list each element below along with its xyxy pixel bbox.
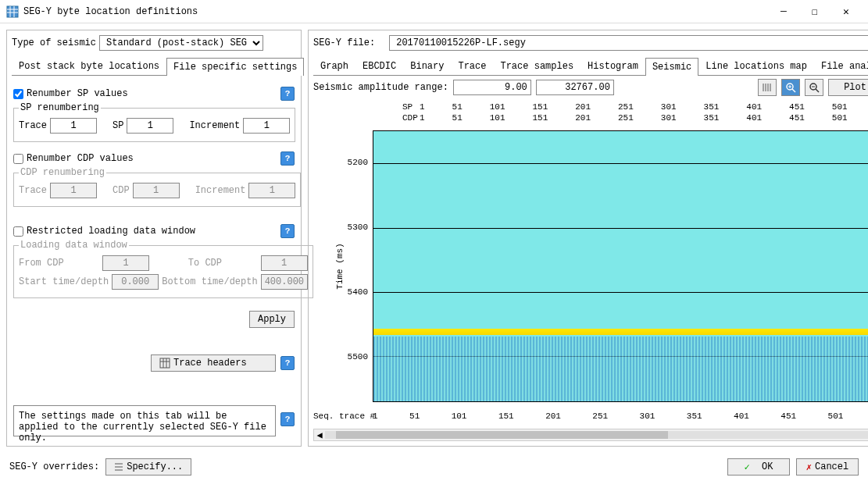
tab-ebcdic[interactable]: EBCDIC [355, 57, 403, 75]
help-icon[interactable]: ? [280, 412, 295, 426]
minimize-button[interactable]: — [768, 1, 799, 23]
bottom-time-label: Bottom time/depth [162, 276, 257, 287]
tab-seismic[interactable]: Seismic [645, 58, 698, 76]
sp-inc-label: Increment [189, 120, 240, 131]
cdp-cdp-label: CDP [113, 185, 130, 196]
left-panel: Type of seismic Standard (post-stack) SE… [6, 30, 302, 447]
app-icon [6, 5, 19, 18]
cdp-ticks: 151101151201251301351401451501551 [420, 113, 868, 123]
svg-rect-5 [160, 358, 170, 368]
cdp-renumbering-legend: CDP renumbering [19, 167, 106, 178]
svg-line-10 [792, 89, 795, 92]
seismic-noise [373, 337, 868, 401]
restricted-checkbox[interactable] [13, 226, 23, 237]
overrides-label: SEG-Y overrides: [9, 461, 99, 472]
help-icon[interactable]: ? [280, 224, 295, 238]
horizontal-scrollbar[interactable]: ◀ ▶ [313, 429, 868, 441]
ok-label: OK [762, 461, 773, 472]
main-area: Type of seismic Standard (post-stack) SE… [0, 23, 868, 453]
left-tabcontent: Renumber SP values ? SP renumbering Trac… [12, 76, 296, 441]
tab-post-stack-byte-locations[interactable]: Post stack byte locations [12, 57, 166, 75]
seq-ticks: 151101151201251301351401451501551 [373, 411, 868, 421]
start-time-input [112, 274, 159, 290]
left-tabs: Post stack byte locations File specific … [12, 57, 296, 76]
amp-min-input[interactable] [453, 80, 531, 95]
segy-file-select[interactable]: 20170110015226P-LF.segy [389, 35, 868, 51]
sp-sp-label: SP [113, 120, 123, 131]
renumber-sp-checkbox-row[interactable]: Renumber SP values [13, 88, 128, 99]
bottom-x-axis: Seq. trace # 151101151201251301351401451… [313, 411, 868, 424]
sp-ticks: 151101151201251301351401451501551 [420, 102, 868, 112]
sp-axis-label: SP [402, 102, 413, 112]
tab-trace[interactable]: Trace [451, 57, 493, 75]
amplitude-toolbar: Seismic amplitude range: Plot ? [313, 79, 868, 96]
specify-button[interactable]: Specify... [105, 458, 191, 476]
tab-trace-samples[interactable]: Trace samples [493, 57, 580, 75]
tab-histogram[interactable]: Histogram [580, 57, 645, 75]
specify-label: Specify... [127, 461, 183, 472]
from-cdp-label: From CDP [19, 258, 64, 269]
sp-renumbering-legend: SP renumbering [19, 102, 101, 113]
help-icon[interactable]: ? [280, 87, 295, 101]
tab-line-locations-map[interactable]: Line locations map [698, 57, 814, 75]
from-cdp-input [102, 255, 149, 271]
left-column: Type of seismic Standard (post-stack) SE… [6, 30, 302, 447]
sp-inc-input[interactable] [243, 118, 290, 134]
cancel-label: Cancel [815, 461, 848, 472]
cdp-inc-label: Increment [195, 185, 246, 196]
y-axis: Time (ms) 5200530054005500 [313, 130, 371, 402]
amp-range-label: Seismic amplitude range: [313, 82, 448, 93]
close-button[interactable]: ✕ [830, 1, 862, 23]
tab-binary[interactable]: Binary [403, 57, 451, 75]
renumber-cdp-label: Renumber CDP values [27, 153, 134, 164]
wiggle-icon[interactable] [758, 79, 777, 96]
renumber-sp-checkbox[interactable] [13, 89, 23, 99]
cdp-inc-input [248, 183, 295, 198]
right-tabs: Graph EBCDIC Binary Trace Trace samples … [313, 57, 868, 76]
seismic-type-select[interactable]: Standard (post-stack) SEG-Y files [99, 35, 263, 51]
trace-headers-label: Trace headers [173, 358, 247, 369]
tab-graph[interactable]: Graph [313, 57, 355, 75]
loading-window-legend: Loading data window [19, 240, 129, 251]
cancel-button[interactable]: ✗Cancel [796, 458, 859, 476]
right-panel: SEG-Y file: 20170110015226P-LF.segy Grap… [308, 30, 868, 447]
help-icon[interactable]: ? [280, 151, 295, 166]
info-text: The settings made on this tab will be ap… [13, 405, 276, 436]
zoom-out-icon[interactable] [805, 79, 823, 96]
ok-button[interactable]: ✓ OK [727, 458, 790, 476]
loading-window-group: Loading data window From CDP To CDP Star… [13, 240, 313, 298]
renumber-sp-label: Renumber SP values [27, 88, 128, 99]
tab-file-specific-settings[interactable]: File specific settings [166, 58, 304, 76]
top-x-axis: SP 151101151201251301351401451501551 CDP… [373, 102, 868, 126]
trace-headers-button[interactable]: Trace headers [151, 354, 276, 372]
plot-button[interactable]: Plot [828, 79, 868, 96]
plot-box[interactable] [373, 130, 868, 402]
sp-trace-label: Trace [19, 120, 47, 131]
cdp-trace-input [50, 183, 97, 198]
sp-sp-input[interactable] [127, 118, 173, 134]
cdp-trace-label: Trace [19, 185, 47, 196]
seq-trace-label: Seq. trace # [313, 411, 375, 421]
to-cdp-input [261, 255, 308, 271]
sp-trace-input[interactable] [50, 118, 97, 134]
cdp-axis-label: CDP [402, 113, 418, 123]
to-cdp-label: To CDP [188, 258, 222, 269]
cdp-cdp-input [133, 183, 180, 198]
restricted-label: Restricted loading data window [27, 226, 195, 237]
cdp-renumbering-group: CDP renumbering Trace CDP Increment [13, 167, 301, 207]
maximize-button[interactable]: ☐ [799, 1, 830, 23]
start-time-label: Start time/depth [19, 276, 109, 287]
seismic-horizon [373, 329, 868, 335]
help-icon[interactable]: ? [280, 356, 295, 370]
scroll-left-icon[interactable]: ◀ [314, 429, 325, 441]
renumber-cdp-checkbox-row[interactable]: Renumber CDP values [13, 153, 134, 164]
tab-file-analysis[interactable]: File analysis [814, 57, 868, 75]
amp-max-input[interactable] [536, 80, 614, 95]
restricted-checkbox-row[interactable]: Restricted loading data window [13, 226, 195, 237]
scroll-thumb[interactable] [336, 431, 668, 439]
y-axis-label: Time (ms) [335, 243, 345, 289]
renumber-cdp-checkbox[interactable] [13, 154, 23, 164]
zoom-in-icon[interactable] [781, 79, 800, 96]
check-icon: ✓ [745, 461, 750, 473]
apply-button[interactable]: Apply [249, 311, 295, 328]
